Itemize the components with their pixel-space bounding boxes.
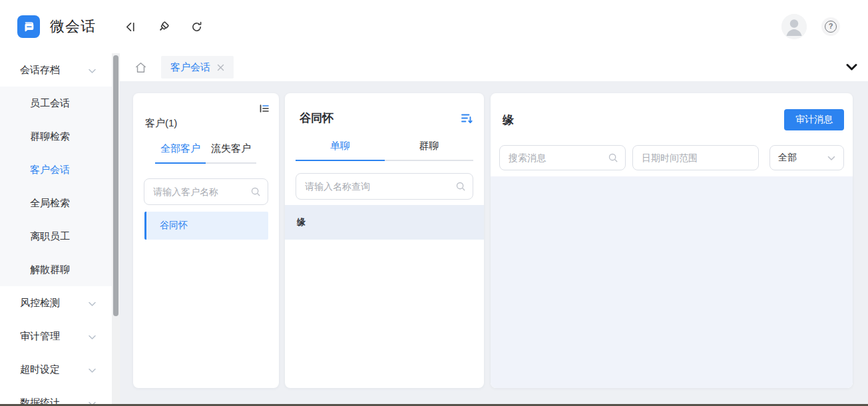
search-icon xyxy=(455,181,466,192)
header-right: ? xyxy=(781,14,868,39)
audit-messages-button[interactable]: 审计消息 xyxy=(784,109,844,130)
customer-list-item[interactable]: 谷同怀 xyxy=(144,212,268,240)
chevron-down-icon xyxy=(89,331,96,342)
session-search xyxy=(296,173,473,200)
sidebar-item-label: 离职员工 xyxy=(30,230,70,243)
sidebar-group-audit-management[interactable]: 审计管理 xyxy=(0,319,112,353)
sidebar-group-risk-detection[interactable]: 风控检测 xyxy=(0,286,112,319)
sidebar-group-label: 超时设定 xyxy=(20,363,60,376)
sidebar-item-label: 群聊检索 xyxy=(30,130,70,143)
help-glyph: ? xyxy=(825,21,837,33)
chevron-down-icon xyxy=(827,152,835,163)
sidebar-item-disbanded-groups[interactable]: 解散群聊 xyxy=(0,253,112,286)
chevron-down-icon xyxy=(89,298,96,309)
main-area: 客户会话 客户(1) xyxy=(120,53,868,406)
tab-all-customers[interactable]: 全部客户 xyxy=(155,142,206,162)
sidebar-group-label: 风控检测 xyxy=(20,297,60,309)
messages-panel: 缘 审计消息 全部 xyxy=(491,93,853,388)
sessions-panel-title: 谷同怀 xyxy=(300,110,333,126)
sidebar-item-customer-sessions[interactable]: 客户会话 xyxy=(0,153,112,186)
sessions-panel: 谷同怀 单聊 群聊 xyxy=(285,93,484,388)
customer-search-input[interactable] xyxy=(144,178,268,205)
tab-customer-sessions[interactable]: 客户会话 xyxy=(161,56,234,79)
chevron-down-icon xyxy=(89,364,96,375)
customers-panel: 客户(1) 全部客户 流失客户 谷同怀 xyxy=(133,93,279,388)
sidebar: 会话存档 员工会话 群聊检索 客户会话 全局检索 离职员工 解散群聊 风控检测 … xyxy=(0,53,112,406)
sidebar-scrollbar-thumb[interactable] xyxy=(113,55,118,316)
session-search-input[interactable] xyxy=(296,173,473,200)
sidebar-item-global-search[interactable]: 全局检索 xyxy=(0,186,112,220)
session-name: 缘 xyxy=(297,216,306,228)
tab-lost-customers[interactable]: 流失客户 xyxy=(206,142,256,162)
tabbar-chevron-down-icon[interactable] xyxy=(846,64,857,71)
customers-tabs: 全部客户 流失客户 xyxy=(155,142,256,164)
select-value: 全部 xyxy=(778,152,797,164)
tab-label: 客户会话 xyxy=(170,61,210,74)
sidebar-group-timeout-settings[interactable]: 超时设定 xyxy=(0,353,112,386)
sidebar-item-group-chat-search[interactable]: 群聊检索 xyxy=(0,120,112,153)
sidebar-item-employee-sessions[interactable]: 员工会话 xyxy=(0,87,112,120)
tab-single-chat[interactable]: 单聊 xyxy=(296,140,385,160)
message-list-area xyxy=(491,176,853,388)
avatar[interactable] xyxy=(781,14,807,39)
refresh-icon[interactable] xyxy=(189,19,204,34)
messages-panel-title: 缘 xyxy=(503,112,514,128)
brush-icon[interactable] xyxy=(156,19,170,34)
sidebar-group-label: 会话存档 xyxy=(20,64,60,77)
tab-group-chat[interactable]: 群聊 xyxy=(385,140,474,160)
session-list-item[interactable]: 缘 xyxy=(285,205,484,240)
home-icon[interactable] xyxy=(133,60,148,75)
sidebar-scrollbar[interactable] xyxy=(112,53,120,406)
sidebar-item-label: 员工会话 xyxy=(30,97,70,110)
tab-bar: 客户会话 xyxy=(120,53,868,81)
app-header: 微会话 ? xyxy=(0,0,868,53)
sidebar-group-label: 审计管理 xyxy=(20,330,60,343)
customers-panel-title: 客户(1) xyxy=(133,114,279,130)
chat-logo-icon xyxy=(17,15,40,38)
customer-search xyxy=(144,178,268,205)
sort-descending-icon[interactable] xyxy=(460,112,473,125)
sidebar-item-label: 解散群聊 xyxy=(30,264,70,276)
sidebar-item-label: 全局检索 xyxy=(30,197,70,210)
help-icon[interactable]: ? xyxy=(821,17,840,36)
sidebar-item-departed-employees[interactable]: 离职员工 xyxy=(0,220,112,253)
message-search xyxy=(499,145,626,170)
customer-name: 谷同怀 xyxy=(160,220,188,232)
search-icon xyxy=(608,152,618,163)
close-icon[interactable] xyxy=(217,64,224,71)
sidebar-group-session-archive[interactable]: 会话存档 xyxy=(0,53,112,87)
search-icon xyxy=(250,186,261,197)
content-area: 客户(1) 全部客户 流失客户 谷同怀 谷同怀 xyxy=(120,81,868,406)
sidebar-group-data-statistics[interactable]: 数据统计 xyxy=(0,386,112,406)
message-type-select[interactable]: 全部 xyxy=(769,145,844,170)
chevron-down-icon xyxy=(89,65,96,76)
customer-list-collapse-icon[interactable] xyxy=(259,103,270,114)
message-search-input[interactable] xyxy=(499,145,626,170)
date-range-input[interactable] xyxy=(632,145,759,170)
sidebar-item-label: 客户会话 xyxy=(30,164,70,176)
sessions-tabs: 单聊 群聊 xyxy=(296,140,473,161)
app-title: 微会话 xyxy=(50,17,96,37)
collapse-sidebar-icon[interactable] xyxy=(122,19,137,34)
message-filters: 全部 xyxy=(499,145,844,170)
